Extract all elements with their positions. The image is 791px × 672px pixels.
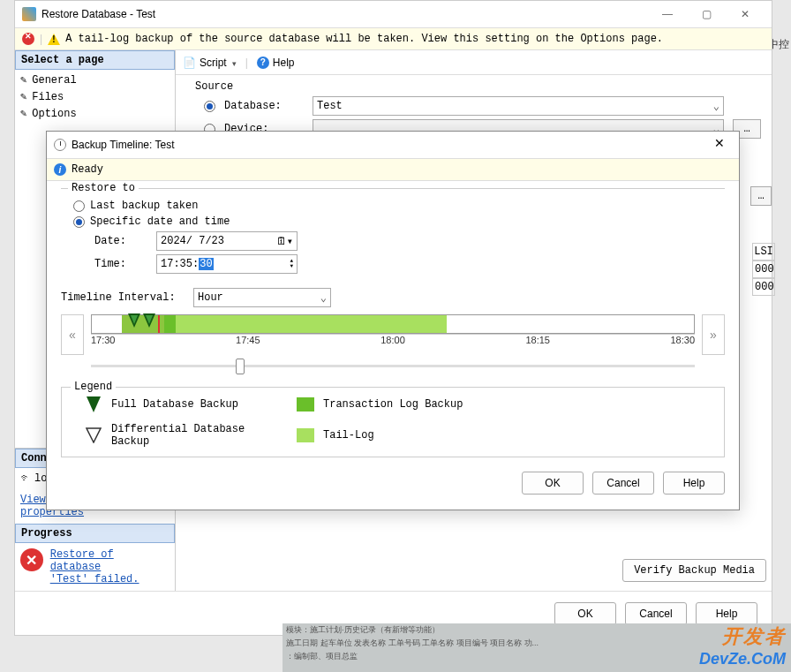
peek-col: LSI <box>752 243 775 260</box>
window-title: Restore Database - Test <box>41 8 155 20</box>
help-button[interactable]: Help <box>696 602 757 625</box>
legend-full: Full Database Backup <box>111 398 288 411</box>
pencil-icon <box>20 73 26 87</box>
info-icon: i <box>54 163 66 176</box>
pencil-icon <box>20 107 26 120</box>
interval-label: Timeline Interval: <box>61 291 185 304</box>
chevron-down-icon <box>320 291 327 305</box>
sidebar-item-options[interactable]: Options <box>15 105 175 122</box>
chevron-down-icon <box>713 100 719 113</box>
tick-label: 18:15 <box>525 335 550 345</box>
database-label: Database: <box>224 100 304 112</box>
help-button[interactable]: Help <box>663 472 725 495</box>
backup-timeline-dialog: Backup Timeline: Test ✕ i Ready Restore … <box>46 131 740 510</box>
tick-label: 17:45 <box>236 335 260 345</box>
watermark-logo: 开发者 DevZe.CoM <box>699 623 786 668</box>
verify-backup-button[interactable]: Verify Backup Media <box>622 559 766 582</box>
svg-marker-0 <box>87 428 101 442</box>
time-input[interactable]: 17:35:30 ▲▼ <box>156 254 298 274</box>
peek-val: 000 <box>752 278 775 296</box>
timeline-button[interactable]: … <box>750 186 772 206</box>
close-button[interactable]: ✕ <box>714 136 732 154</box>
script-button[interactable]: 📄 Script <box>183 57 237 69</box>
tlog-icon <box>297 397 314 412</box>
maximize-button[interactable]: ▢ <box>687 2 726 26</box>
tick-label: 18:30 <box>670 335 695 345</box>
timeline-slider[interactable] <box>91 359 695 374</box>
database-radio[interactable] <box>204 101 215 112</box>
legend-diff: Differential Database Backup <box>111 423 288 448</box>
minimize-button[interactable]: — <box>648 2 687 26</box>
close-button[interactable]: ✕ <box>726 2 765 26</box>
app-icon <box>22 7 36 21</box>
help-button[interactable]: ? Help <box>257 57 295 69</box>
specific-time-radio[interactable] <box>73 216 85 228</box>
cancel-button[interactable]: Cancel <box>625 602 687 625</box>
sidebar-item-general[interactable]: General <box>15 72 175 88</box>
legend-title: Legend <box>71 381 116 393</box>
timeline-bar[interactable] <box>91 314 695 334</box>
status-bar: | A tail-log backup of the source databa… <box>15 27 772 50</box>
progress-header: Progress <box>15 524 175 543</box>
specific-time-label: Specific date and time <box>90 215 230 228</box>
script-icon: 📄 <box>183 57 196 69</box>
ok-button[interactable]: OK <box>522 472 584 495</box>
database-dropdown[interactable]: Test <box>313 96 724 116</box>
tick-label: 17:30 <box>91 335 116 345</box>
help-icon: ? <box>257 57 269 69</box>
source-label: Source <box>195 80 761 93</box>
date-label: Date: <box>94 235 147 247</box>
legend-tail: Tail-Log <box>323 429 500 442</box>
time-label: Time: <box>94 258 147 270</box>
restore-point-marker <box>158 315 160 333</box>
restore-to-legend: Restore to <box>68 182 139 194</box>
full-backup-marker <box>143 313 155 328</box>
slider-handle[interactable] <box>236 359 245 374</box>
connection-icon: ᯤ <box>20 472 31 485</box>
clock-icon <box>54 139 66 151</box>
tail-log-icon <box>297 428 314 442</box>
error-icon <box>22 33 34 45</box>
full-backup-marker <box>128 313 140 328</box>
peek-val: 000 <box>752 260 775 278</box>
ok-button[interactable]: OK <box>554 602 616 625</box>
date-input[interactable]: 2024/ 7/23 🗓▾ <box>156 231 298 251</box>
legend-tlog: Transaction Log Backup <box>323 398 500 411</box>
dialog-status: Ready <box>72 163 103 176</box>
titlebar: Restore Database - Test — ▢ ✕ <box>15 1 772 27</box>
sidebar-item-files[interactable]: Files <box>15 88 175 105</box>
progress-link[interactable]: Restore of database 'Test' failed. <box>50 548 170 585</box>
last-backup-label: Last backup taken <box>90 200 198 212</box>
status-text: A tail-log backup of the source database… <box>65 33 663 45</box>
last-backup-radio[interactable] <box>73 200 85 212</box>
timeline-prev-button[interactable]: « <box>61 314 84 355</box>
sidebar-header: Select a page <box>15 50 175 70</box>
tick-label: 18:00 <box>380 335 405 345</box>
chevron-down-icon <box>230 57 237 69</box>
error-icon: ✕ <box>20 548 43 571</box>
calendar-icon: 🗓▾ <box>276 235 293 248</box>
interval-dropdown[interactable]: Hour <box>193 288 331 307</box>
timeline-next-button[interactable]: » <box>702 314 725 355</box>
cancel-button[interactable]: Cancel <box>592 472 654 495</box>
dialog-title: Backup Timeline: Test <box>72 139 175 151</box>
spinner-icon[interactable]: ▲▼ <box>290 259 293 269</box>
pencil-icon <box>20 90 26 103</box>
full-backup-icon <box>87 396 101 412</box>
warning-icon <box>48 34 60 45</box>
diff-backup-icon <box>76 427 111 443</box>
